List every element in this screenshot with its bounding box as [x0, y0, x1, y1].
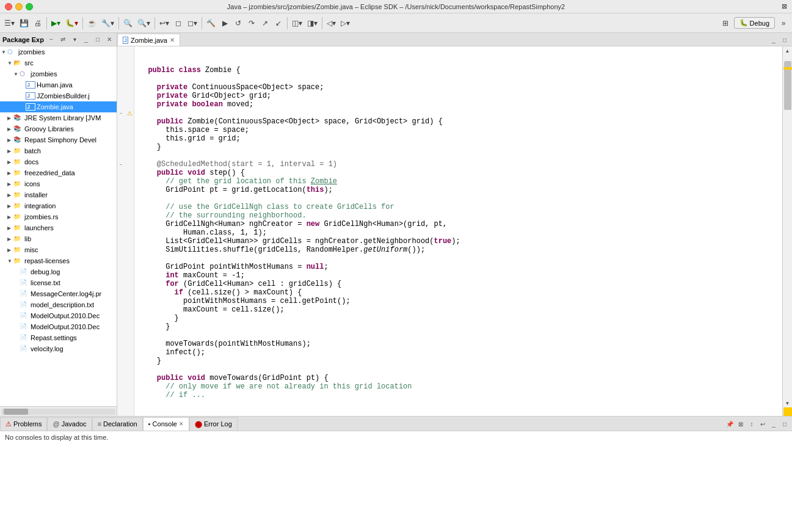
step-btn[interactable]: ↷ — [245, 16, 258, 31]
tree-arrow: ▶ — [7, 192, 13, 198]
print-btn[interactable]: 🖨 — [32, 16, 44, 31]
src-icon: 📂 — [13, 59, 23, 67]
collapse-btn[interactable]: − — [117, 109, 125, 117]
v-scrollbar[interactable]: ▲ ▼ — [782, 46, 792, 416]
perspective-btn[interactable]: ⊞ — [719, 16, 732, 31]
maximize-panel-btn[interactable]: □ — [93, 35, 103, 45]
sep4 — [154, 17, 155, 29]
tree-item-msgcenter[interactable]: 📄 MessageCenter.log4j.pr — [0, 288, 117, 299]
java-btn[interactable]: ☕ — [85, 16, 98, 31]
minimize-btn[interactable] — [15, 3, 23, 10]
nav2-btn[interactable]: ◻ — [172, 16, 184, 31]
tree-item-jzombies-rs[interactable]: ▶ 📁 jzombies.rs — [0, 211, 117, 222]
tree-item-modelout1[interactable]: 📄 ModelOutput.2010.Dec — [0, 310, 117, 321]
editor-maximize-btn[interactable]: □ — [780, 35, 790, 45]
tree-item-icons[interactable]: ▶ 📁 icons — [0, 178, 117, 189]
main-layout: Package Exp − ⇌ ▾ _ □ ✕ ▼ ⬡ jzombies — [0, 33, 792, 532]
search2-btn[interactable]: 🔍▾ — [136, 16, 152, 31]
collapse-btn-step[interactable]: − — [117, 160, 125, 169]
window-title: Java – jzombies/src/jzombies/Zombie.java… — [227, 3, 565, 10]
debug-run-btn[interactable]: 🐛▾ — [64, 16, 80, 31]
layout2-btn[interactable]: ◨▾ — [305, 16, 319, 31]
tree-item-freezedried[interactable]: ▶ 📁 freezedried_data — [0, 167, 117, 178]
maximize-btn[interactable] — [26, 3, 33, 10]
scroll-down-btn[interactable]: ▼ — [783, 399, 792, 407]
tab-errorlog[interactable]: ⬤ Error Log — [189, 417, 238, 431]
tab-close-btn[interactable]: ✕ — [170, 37, 175, 43]
stepover-btn[interactable]: ↗ — [259, 16, 271, 31]
tree-item-integration[interactable]: ▶ 📁 integration — [0, 200, 117, 211]
debug-perspective-btn[interactable]: 🐛 Debug — [734, 17, 775, 29]
collapse-all-btn[interactable]: − — [46, 35, 56, 45]
console-pin-btn[interactable]: 📌 — [725, 419, 735, 429]
tree-item-misc[interactable]: ▶ 📁 misc — [0, 244, 117, 255]
run2-btn[interactable]: ▶ — [219, 16, 231, 31]
tree-item-velocity-log[interactable]: 📄 velocity.log — [0, 343, 117, 354]
bottom-maximize-btn[interactable]: □ — [780, 419, 790, 429]
tree-item-jzombies[interactable]: ▼ ⬡ jzombies — [0, 46, 117, 57]
link-editor-btn[interactable]: ⇌ — [58, 35, 68, 45]
folder-icon: 📁 — [13, 158, 23, 166]
close-btn[interactable] — [5, 3, 12, 10]
tree-item-docs[interactable]: ▶ 📁 docs — [0, 156, 117, 167]
bottom-minimize-btn[interactable]: _ — [769, 419, 779, 429]
tab-close-console[interactable]: ✕ — [179, 421, 184, 427]
scroll-up-btn[interactable]: ▲ — [783, 46, 792, 55]
tree-arrow: ▶ — [7, 225, 13, 231]
ext-btn[interactable]: 🔧▾ — [100, 16, 116, 31]
package-explorer-header: Package Exp − ⇌ ▾ _ □ ✕ — [0, 33, 117, 46]
nav3-btn[interactable]: ◻▾ — [186, 16, 199, 31]
tree-item-debug-log[interactable]: 📄 debug.log — [0, 266, 117, 277]
code-scroll-area[interactable]: public class Zombie { private Continuous… — [134, 46, 782, 416]
tree-item-human[interactable]: J Human.java — [0, 79, 117, 90]
console-wrap-btn[interactable]: ↩ — [758, 419, 768, 429]
javadoc-icon: @ — [53, 420, 59, 428]
tree-item-batch[interactable]: ▶ 📁 batch — [0, 145, 117, 156]
build-btn[interactable]: 🔨 — [205, 16, 217, 31]
save-btn[interactable]: 💾 — [18, 16, 31, 31]
tab-console[interactable]: ▪ Console ✕ — [143, 417, 189, 431]
tab-declaration[interactable]: ≡ Declaration — [92, 417, 143, 431]
console-scroll-btn[interactable]: ↕ — [747, 419, 757, 429]
console-clear-btn[interactable]: ⊠ — [736, 419, 746, 429]
restart-btn[interactable]: ↺ — [232, 16, 244, 31]
back-btn[interactable]: ◁▾ — [325, 16, 338, 31]
h-scrollbar[interactable] — [1, 409, 115, 415]
minimize-panel-btn[interactable]: _ — [81, 35, 91, 45]
tree-item-zombie[interactable]: J Zombie.java — [0, 101, 117, 112]
stepreturn-btn[interactable]: ↙ — [272, 16, 285, 31]
tab-problems[interactable]: ⚠ Problems — [0, 417, 47, 431]
tree-item-modelout2[interactable]: 📄 ModelOutput.2010.Dec — [0, 321, 117, 332]
forward-btn[interactable]: ▷▾ — [339, 16, 352, 31]
tree-item-launchers[interactable]: ▶ 📁 launchers — [0, 222, 117, 233]
tree-item-lib[interactable]: ▶ 📁 lib — [0, 233, 117, 244]
tree-item-groovy[interactable]: ▶ 📚 Groovy Libraries — [0, 123, 117, 134]
search-btn[interactable]: 🔍 — [122, 16, 134, 31]
tree-item-licenses[interactable]: ▼ 📁 repast-licenses — [0, 255, 117, 266]
tree-item-installer[interactable]: ▶ 📁 installer — [0, 189, 117, 200]
editor-minimize-btn[interactable]: _ — [769, 35, 779, 45]
layout1-btn[interactable]: ◫▾ — [290, 16, 304, 31]
tree-item-jre[interactable]: ▶ 📚 JRE System Library [JVM — [0, 112, 117, 123]
explorer-menu-btn[interactable]: ▾ — [70, 35, 79, 45]
close-panel-btn[interactable]: ✕ — [104, 35, 114, 45]
new-btn[interactable]: ☰▾ — [2, 16, 16, 31]
tree-item-builder[interactable]: J JZombiesBuilder.j — [0, 90, 117, 101]
sep1 — [46, 17, 47, 29]
editor-tab-zombie[interactable]: J Zombie.java ✕ — [117, 34, 180, 46]
tab-javadoc[interactable]: @ Javadoc — [47, 417, 92, 431]
window-controls — [5, 3, 33, 10]
tree-item-license[interactable]: 📄 license.txt — [0, 277, 117, 288]
file-icon: 📄 — [20, 312, 29, 319]
run-btn[interactable]: ▶▾ — [49, 16, 62, 31]
tree-item-package[interactable]: ▼ ⬡ jzombies — [0, 68, 117, 79]
tree-item-model-desc[interactable]: 📄 model_description.txt — [0, 299, 117, 310]
tree-item-repast-settings[interactable]: 📄 Repast.settings — [0, 332, 117, 343]
tree-item-src[interactable]: ▼ 📂 src — [0, 57, 117, 68]
tree-item-repast[interactable]: ▶ 📚 Repast Simphony Devel — [0, 134, 117, 145]
nav1-btn[interactable]: ↩▾ — [158, 16, 171, 31]
tree-label: ModelOutput.2010.Dec — [31, 312, 100, 319]
menu-btn[interactable]: » — [777, 16, 790, 31]
scroll-track[interactable] — [783, 55, 792, 399]
tree-label: src — [24, 59, 34, 67]
